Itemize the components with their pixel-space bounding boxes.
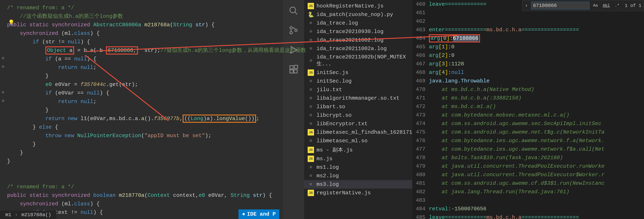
code-line: if (str != null) { [7,38,276,46]
breadcrumb-separator: › [15,212,18,217]
line-number: 473 [416,111,425,119]
method-name: m218768a [144,22,170,28]
extensions-icon[interactable] [288,64,299,75]
txt-file-icon: ≡ [308,181,314,187]
file-item[interactable]: ≡libEncryptor.txt [304,120,412,128]
file-item[interactable]: ≡ida_trace20210930.log [304,27,412,36]
log-line: leave=============ms.bd.c.h.a===========… [429,213,644,219]
file-item[interactable]: ≡jilu.txt [304,85,412,94]
line-number: 484 [416,205,425,213]
svg-point-0 [290,7,296,13]
log-line: at java.util.concurrent.ThreadPoolExecut… [429,162,644,170]
breadcrumb[interactable]: m1 › m218768a() [0,211,56,219]
file-name: ida_trace20210930.log [316,29,384,35]
file-item[interactable]: ≡ms2.log [304,172,412,180]
txt-file-icon: ≡ [308,58,314,64]
js-file-icon: JS [308,129,314,135]
file-item[interactable]: JSinitSec.js [304,68,412,77]
breadcrumb-item[interactable]: m218768a() [21,212,51,217]
code-content[interactable]: 💡 ⊖ ⊖ ⊖ ⊖ /* renamed from: a */ //这个函数疑似… [0,0,283,219]
code-line: if (a == null) { [7,55,276,63]
log-line: arg[4]:null [429,68,644,77]
file-item[interactable]: ≡initSec.log [304,77,412,85]
gutter-collapse-icon[interactable]: ⊖ [2,64,4,70]
file-item[interactable]: JShookRegisterNative.js [304,2,412,10]
line-number: 461 [416,9,425,17]
expand-find-icon[interactable]: › [525,3,528,8]
log-line: at ms.bd.c.m1.a() [429,102,644,111]
ide-badge[interactable]: IDE and P [238,209,279,219]
file-name: ms - 副本.js [316,146,353,153]
txt-file-icon: ≡ [308,46,314,52]
code-line: e0 e0Var = f357044c.get(str); [7,80,276,89]
line-number: 464 [416,34,425,43]
js-file-icon: JS [308,190,314,196]
file-item[interactable]: JSregisterNative.js [304,189,412,197]
ide-badge-text: IDE and P [247,211,276,217]
log-line: arg[0]:67108866 [429,34,644,43]
code-line: if (e0Var == null) { [7,89,276,97]
line-number-gutter: 4604614624634644654664674684694704714724… [412,0,429,219]
file-item[interactable]: ≡libart.so [304,102,412,111]
js-file-icon: JS [308,3,314,9]
regex-option[interactable]: .* [613,3,621,9]
search-icon[interactable] [288,5,299,16]
highlight-long-cast: ((Long)a).longValue()) [183,115,256,123]
line-number: 475 [416,128,425,136]
file-name: libalgorithmmanager.so.txt [316,95,400,101]
comment-text: //这个函数疑似生成h.a的第三个long参数 [20,13,123,19]
js-file-icon: JS [308,69,314,76]
line-number: 465 [416,43,425,51]
source-control-icon[interactable] [288,25,299,36]
svg-rect-9 [294,70,297,73]
file-name: ms2.log [316,173,339,179]
find-input[interactable] [531,2,590,10]
file-item[interactable]: JSlibmetasec_ml_findhash_1628171084... [304,128,412,137]
line-number: 462 [416,17,425,26]
file-item[interactable]: ≡ida_trace20211002b(NOP_MUTEX生... [304,53,412,68]
file-name: ida_trace.log [316,20,358,26]
js-file-icon: JS [308,147,314,153]
txt-file-icon: ≡ [308,78,314,84]
file-item[interactable]: ≡ida_trace.log [304,19,412,27]
whole-word-option[interactable]: Abl [601,3,611,9]
log-line: at ms.bd.c.h.a(Native Method) [429,85,644,94]
lightbulb-icon[interactable]: 💡 [8,19,14,27]
file-item[interactable]: ≡libalgorithmmanager.so.txt [304,94,412,102]
file-item[interactable]: ≡ms1.log [304,163,412,172]
comment-text: /* renamed from: a */ [7,5,74,11]
gutter-collapse-icon[interactable]: ⊖ [2,55,4,62]
py-file-icon: 🐍 [308,11,314,18]
line-number: 478 [416,153,425,162]
file-name: libmetasec_ml_findhash_1628171084... [316,129,412,135]
txt-file-icon: ≡ [308,29,314,35]
keyword: public static synchronized [7,22,93,28]
code-line: } [7,140,276,148]
log-content[interactable]: leave============= enter=============ms.… [429,0,644,219]
file-name: libEncryptor.txt [316,121,368,127]
gutter-collapse-icon[interactable]: ⊖ [2,98,4,104]
file-name: libart.so [316,104,345,110]
file-name: hookRegisterNative.js [316,3,384,9]
match-case-option[interactable]: Aa [592,3,599,9]
gutter-collapse-icon[interactable]: ⊖ [2,89,4,96]
line-number: 481 [416,179,425,187]
txt-file-icon: ≡ [308,112,314,118]
log-line: at com.bytedance.mobsec.metasec.ml.c.a() [429,111,644,119]
file-name: jilu.txt [316,87,342,93]
file-item[interactable]: JSms - 副本.js [304,145,412,154]
file-name: ms.js [316,156,332,162]
log-line: at ms.bd.c.b.a(:33882150) [429,94,644,102]
code-line: synchronized (ml.class) { [7,29,276,38]
file-item[interactable]: ≡libcrypt.so [304,111,412,120]
file-item[interactable]: JSms.js [304,154,412,163]
file-item[interactable]: ≡ms3.log [304,180,412,189]
file-explorer[interactable]: JShookRegisterNative.js🐍ida_patch(zuoshe… [304,0,412,219]
file-item[interactable]: ≡libmetasec_ml.so [304,137,412,145]
find-bar: › Aa Abl .* 1 of 1 [522,0,644,11]
breadcrumb-item[interactable]: m1 [5,212,11,217]
code-line: } [7,148,276,157]
file-item[interactable]: ≡ida_trace20211002.log [304,36,412,44]
file-item[interactable]: ≡ida_trace20211002a.log [304,44,412,53]
file-item[interactable]: 🐍ida_patch(zuoshe_nop).py [304,10,412,19]
